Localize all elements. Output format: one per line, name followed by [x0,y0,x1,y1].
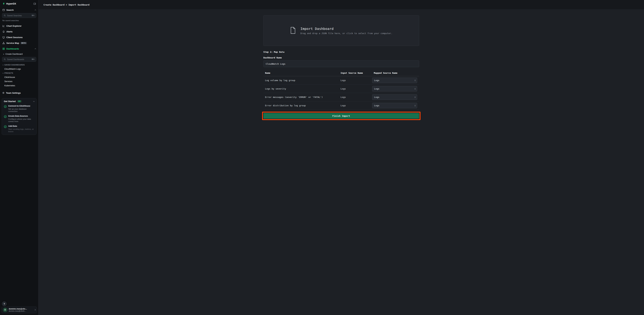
sidebar-item-kubernetes[interactable]: Kubernetes [0,84,38,88]
chevron-right-icon [34,309,36,310]
input-source-cell: Logs [339,96,372,98]
sidebar-item-cloudwatch-logs[interactable]: CloudWatch Logs [0,67,38,71]
bell-icon [2,30,5,33]
chevron-up-icon[interactable] [33,101,34,102]
sidebar-item-dashboards[interactable]: Dashboards [0,46,38,52]
grid-icon [2,48,5,50]
monitor-icon [2,36,5,39]
dashboard-name-label: Dashboard Name [264,56,419,59]
dropzone-title: Import Dashboard [300,27,392,31]
column-header-mapped-source: Mapped Source Name [372,72,419,74]
finish-import-button[interactable]: Finish Import [264,113,419,119]
table-row: Error distribution by log group Logs Log… [264,101,419,110]
search-icon [4,58,6,61]
chart-name-cell: Logs by severity [264,88,339,90]
sidebar-item-chart-explorer[interactable]: Chart Explorer [0,23,38,29]
hyperdx-logo-icon [2,2,5,5]
gear-icon: ⚙ [2,92,4,94]
service-map-icon [2,42,5,44]
sidebar-item-team-settings[interactable]: ⚙ Team Settings [0,90,38,96]
selected-option: Logs [374,88,380,90]
input-source-cell: Logs [339,104,372,107]
sidebar: HyperDX Search ⌘K No saved searches [0,0,38,315]
get-started-item-title: Create Data Sources [8,115,34,117]
saved-dashboards-section-header[interactable]: SAVED DASHBOARDS [0,63,38,67]
user-menu[interactable]: D dominic.tran@clic... dominic.tran@clic… [1,306,37,313]
chevron-down-icon [2,72,4,73]
get-started-item-title: Connect to ClickHouse [8,105,34,107]
input-source-cell: Logs [339,88,372,90]
click-annotation: Finish Import [262,112,420,120]
help-button[interactable]: ? [2,301,7,306]
get-started-item-connect[interactable]: Connect to ClickHouse Set up your databa… [4,105,34,113]
sidebar-item-alerts[interactable]: Alerts [0,29,38,35]
selected-option: Logs [374,104,380,107]
app-root: HyperDX Search ⌘K No saved searches [0,0,644,315]
import-dropzone[interactable]: Import Dashboard Drag and drop a JSON fi… [264,16,419,46]
collapse-sidebar-icon[interactable] [34,3,36,5]
mapped-source-select[interactable]: Logs ▴▾ [372,78,417,83]
saved-searches-input[interactable]: ⌘K [2,13,36,18]
sidebar-item-services[interactable]: Services [0,79,38,84]
selected-option: Logs [374,79,380,82]
create-dashboard-label: Create Dashboard [6,53,23,55]
get-started-header[interactable]: Get Started 3/3 [4,100,34,103]
get-started-item-sources[interactable]: Create Data Sources Configure where your… [4,115,34,123]
sidebar-header: HyperDX [0,2,38,7]
mapped-source-select[interactable]: Logs ▴▾ [372,94,417,100]
saved-dashboards-input[interactable]: ⌘K [2,57,36,62]
chart-icon [2,25,5,27]
check-circle-icon [4,125,7,133]
mapped-source-select[interactable]: Logs ▴▾ [372,103,417,108]
input-source-cell: Logs [339,79,372,82]
sidebar-item-label: Client Sessions [6,36,23,39]
hyperdx-logo[interactable]: HyperDX [2,2,16,5]
sidebar-item-label: Service Map [6,42,19,44]
column-header-name: Name [264,72,339,74]
saved-searches-field[interactable] [7,15,30,17]
sidebar-item-clickhouse[interactable]: ClickHouse [0,75,38,79]
dashboard-name-input[interactable] [264,61,419,67]
get-started-card: Get Started 3/3 Connect to ClickHouse Se… [2,98,36,135]
section-header-label: SAVED DASHBOARDS [4,64,25,66]
get-started-item-add-data[interactable]: Add Data Start sending logs, metrics, or… [4,125,34,133]
section-header-label: PRESETS [4,72,13,74]
plus-icon: + [3,53,4,55]
check-circle-icon [4,115,7,123]
mapped-source-select[interactable]: Logs ▴▾ [372,86,417,92]
select-arrows-icon: ▴▾ [415,88,416,90]
get-started-item-subtitle: Start sending logs, metrics, or traces [8,128,34,133]
get-started-item-title: Add Data [8,125,34,127]
saved-dashboards-field[interactable] [7,58,30,61]
chart-name-cell: Error distribution by log group [264,104,339,107]
import-column: Import Dashboard Drag and drop a JSON fi… [264,16,419,120]
chevron-up-icon[interactable] [35,10,36,11]
get-started-item-subtitle: Configure where your data comes from [8,118,34,123]
chevron-down-icon [2,64,4,65]
shortcut-hint: ⌘K [32,15,34,17]
chart-name-cell: Error messages (severity 'ERROR' or 'FAT… [264,96,339,98]
dropzone-subtitle: Drag and drop a JSON file here, or click… [300,32,392,35]
sidebar-item-client-sessions[interactable]: Client Sessions [0,35,38,40]
breadcrumb[interactable]: Create Dashboard > Import Dashboard [44,4,90,6]
file-icon [290,27,296,35]
column-header-input-source: Input Source Name [339,72,372,74]
chart-name-cell: Log volume by log group [264,79,339,82]
team-settings-label: Team Settings [6,92,21,94]
table-row: Log volume by log group Logs Logs ▴▾ [264,76,419,85]
main-area: Create Dashboard > Import Dashboard Impo… [38,0,644,315]
app-name: HyperDX [6,2,16,5]
chevron-up-icon[interactable] [35,48,36,50]
presets-section-header[interactable]: PRESETS [0,71,38,75]
create-dashboard-button[interactable]: + Create Dashboard [0,52,38,57]
select-arrows-icon: ▴▾ [415,105,416,106]
sidebar-item-service-map[interactable]: Service Map BETA [0,40,38,46]
search-section-label: Search [6,9,14,11]
avatar: D [3,307,8,312]
table-row: Error messages (severity 'ERROR' or 'FAT… [264,93,419,101]
search-icon [4,15,6,17]
user-name: dominic.tran@clic... [9,307,33,310]
sidebar-item-label: Dashboards [6,48,19,50]
sidebar-section-search[interactable]: Search [0,7,38,13]
sidebar-item-label: Chart Explorer [6,25,22,27]
